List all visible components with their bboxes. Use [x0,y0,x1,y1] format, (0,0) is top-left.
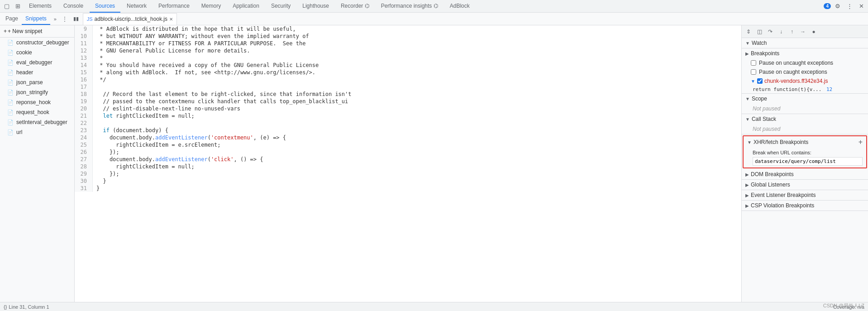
xhr-url-input[interactable] [753,157,863,166]
code-line-24: 24 document.body.addEventListener('conte… [75,134,741,141]
kebab-menu-icon[interactable]: ⋮ [60,14,69,24]
call-stack-section-header[interactable]: ▼ Call Stack [742,114,868,124]
pause-caught-checkbox[interactable] [751,69,756,75]
snippet-eval-debugger[interactable]: 📄 eval_debugger [0,57,74,67]
debugger-toolbar: ⇕ ◫ ↷ ↓ ↑ → ● [742,25,868,38]
add-icon: + [4,28,7,34]
code-line-17: 17 [75,83,741,91]
snippet-file-icon: 📄 [7,40,14,46]
tab-snippets[interactable]: Snippets [22,13,50,25]
triangle-icon: ▶ [745,203,749,208]
snippet-reponse-hook[interactable]: 📄 reponse_hook [0,97,74,107]
snippet-name: setInterval_debugger [16,119,67,125]
step-out-icon[interactable]: ↑ [787,27,797,37]
tab-elements[interactable]: Elements [24,0,57,13]
bp-file-checkbox[interactable] [757,78,763,84]
snippet-name: json_parse [16,79,43,86]
global-listeners-header[interactable]: ▶ Global Listeners [742,180,868,190]
snippet-name: json_stringify [16,89,48,96]
pause-caught-row[interactable]: Pause on caught exceptions [742,67,868,77]
file-tab-close-icon[interactable]: ✕ [169,17,173,22]
code-line-28: 28 rightClickedItem = null; [75,163,741,170]
layout-icon[interactable]: ⊞ [13,1,23,11]
pause-uncaught-row[interactable]: Pause on uncaught exceptions [742,58,868,67]
code-line-18: 18 // Record the last element to be righ… [75,91,741,98]
triangle-icon: ▼ [745,41,750,46]
call-stack-label: Call Stack [752,116,776,122]
code-line-21: 21 let rightClickedItem = null; [75,112,741,120]
xhr-content: Break when URL contains: [744,148,866,167]
dots-vertical-icon[interactable]: ⋮ [844,1,854,11]
chevron-right-icon[interactable]: » [50,14,60,24]
snippet-name: reponse_hook [16,99,51,105]
xhr-break-label: Break when URL contains: [753,150,863,155]
square-icon[interactable]: ▢ [2,1,12,11]
step-over-icon[interactable]: ↷ [765,27,775,37]
code-line-13: 13 * [75,54,741,62]
xhr-add-button[interactable]: + [858,138,863,146]
collapse-sidebar-icon[interactable]: ▮▮ [71,14,81,24]
collapse-pane-icon[interactable]: ⇕ [744,27,754,37]
tab-security[interactable]: Security [266,0,296,13]
pause-caught-label: Pause on caught exceptions [759,69,827,75]
code-line-25: 25 rightClickedItem = e.srcElement; [75,141,741,148]
code-line-29: 29 }); [75,170,741,177]
snippet-file-icon: 📄 [7,80,14,86]
snippet-name: header [16,69,33,76]
snippet-request-hook[interactable]: 📄 request_hook [0,107,74,117]
tab-adblock[interactable]: AdBlock [444,0,475,13]
code-line-11: 11 * MERCHANTABILITY or FITNESS FOR A PA… [75,40,741,47]
top-nav-bar: ▢ ⊞ Elements Console Sources Network Per… [0,0,868,13]
tab-performance[interactable]: Performance [153,0,195,13]
tab-console[interactable]: Console [58,0,89,13]
tab-application[interactable]: Application [227,0,265,13]
snippet-json-stringify[interactable]: 📄 json_stringify [0,87,74,97]
csp-violation-header[interactable]: ▶ CSP Violation Breakpoints [742,201,868,211]
tab-network[interactable]: Network [121,0,152,13]
new-snippet-button[interactable]: + + New snippet [0,25,74,38]
snippet-constructor-debugger[interactable]: 📄 constructor_debugger [0,38,74,48]
tab-memory[interactable]: Memory [196,0,226,13]
main-layout: + + New snippet 📄 constructor_debugger 📄… [0,25,868,302]
scope-section-header[interactable]: ▼ Scope [742,94,868,104]
pause-uncaught-checkbox[interactable] [751,60,756,66]
right-panel: ⇕ ◫ ↷ ↓ ↑ → ● ▼ Watch ▶ Breakpoints Paus… [741,25,868,302]
snippet-cookie[interactable]: 📄 cookie [0,48,74,57]
breakpoints-section-header[interactable]: ▶ Breakpoints [742,48,868,58]
tab-lighthouse[interactable]: Lighthouse [297,0,334,13]
watch-section-header[interactable]: ▼ Watch [742,38,868,48]
columns-icon[interactable]: ◫ [754,27,764,37]
scope-not-paused: Not paused [742,104,868,114]
pause-uncaught-label: Pause on uncaught exceptions [759,60,833,66]
code-line-26: 26 }); [75,148,741,156]
triangle-icon: ▼ [745,117,750,122]
tab-sources[interactable]: Sources [90,0,120,13]
new-snippet-label: + New snippet [8,28,42,34]
snippet-json-parse[interactable]: 📄 json_parse [0,77,74,87]
gear-icon[interactable]: ⚙ [833,1,843,11]
close-icon[interactable]: ✕ [856,1,866,11]
snippet-file-icon: 📄 [7,90,14,96]
code-editor[interactable]: 9 * AdBlock is distributed in the hope t… [75,25,741,302]
code-line-20: 20 // eslint-disable-next-line no-unused… [75,105,741,112]
code-line-31: 31 } [75,185,741,192]
snippet-url[interactable]: 📄 url [0,127,74,137]
dom-breakpoints-section: ▶ DOM Breakpoints [742,169,868,180]
step-icon[interactable]: → [798,27,808,37]
event-listener-breakpoints-header[interactable]: ▶ Event Listener Breakpoints [742,190,868,200]
deactivate-breakpoints-icon[interactable]: ● [809,27,819,37]
snippet-header[interactable]: 📄 header [0,67,74,77]
snippet-setinterval-debugger[interactable]: 📄 setInterval_debugger [0,117,74,127]
triangle-icon: ▶ [745,182,749,187]
xhr-section-header[interactable]: ▼ XHR/fetch Breakpoints + [744,136,866,148]
tab-page[interactable]: Page [2,13,22,25]
csp-violation-label: CSP Violation Breakpoints [751,202,814,209]
breakpoints-section: ▶ Breakpoints Pause on uncaught exceptio… [742,48,868,94]
tab-performance-insights[interactable]: Performance insights ⌬ [376,0,444,13]
breakpoints-label: Breakpoints [751,50,779,57]
step-into-icon[interactable]: ↓ [776,27,786,37]
tab-recorder[interactable]: Recorder ⌬ [335,0,375,13]
dom-breakpoints-header[interactable]: ▶ DOM Breakpoints [742,169,868,179]
file-tab[interactable]: JS adblock-uiscrip...tclick_hook.js ✕ [83,13,177,25]
breakpoint-file-row[interactable]: ▼ chunk-vendors.ff342e34.js [742,77,868,86]
